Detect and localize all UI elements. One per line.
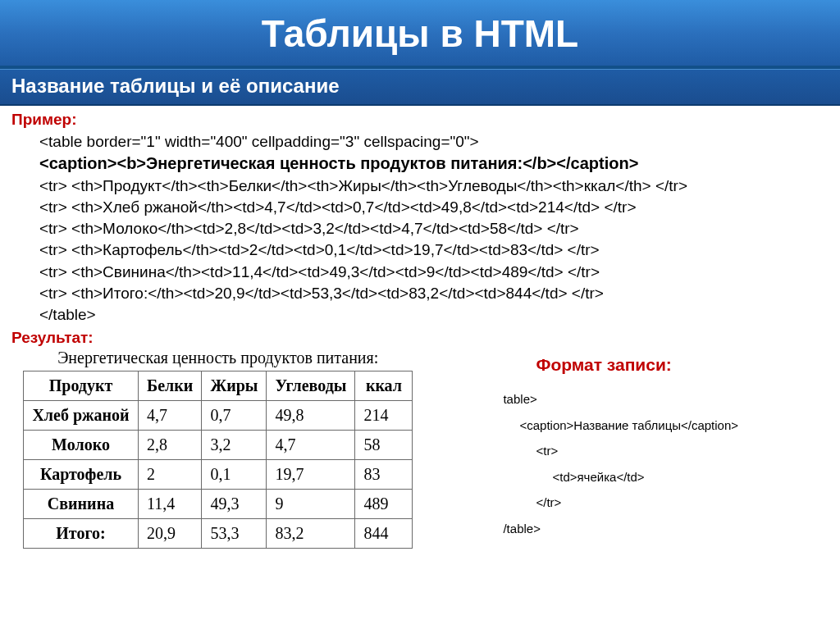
table-row: Молоко 2,8 3,2 4,7 58 (24, 431, 413, 460)
code-line-caption: <caption><b>Энергетическая ценность прод… (39, 153, 829, 175)
code-line: <table border="1" width="400" cellpaddin… (39, 131, 829, 153)
format-line: <tr> (503, 438, 738, 464)
table-cell: 83,2 (267, 519, 355, 549)
table-cell: Итого: (24, 519, 139, 549)
table-cell: 58 (355, 431, 413, 460)
format-block: Формат записи: table> <caption>Название … (413, 349, 738, 541)
slide-subtitle: Название таблицы и её описание (0, 69, 840, 106)
table-cell: 20,9 (139, 519, 202, 549)
result-caption: Энергетическая ценность продуктов питани… (23, 349, 413, 367)
table-cell: 83 (355, 460, 413, 490)
code-line: </table> (39, 304, 829, 326)
result-table-wrap: Энергетическая ценность продуктов питани… (11, 349, 413, 549)
table-header: Жиры (202, 371, 267, 401)
example-label: Пример: (11, 111, 829, 129)
slide-title: Таблицы в HTML (0, 0, 840, 69)
table-header-row: Продукт Белки Жиры Углеводы ккал (24, 371, 413, 401)
table-cell: 4,7 (139, 401, 202, 431)
code-line: <tr> <th>Хлеб ржаной</th><td>4,7</td><td… (39, 197, 829, 218)
table-cell: 9 (267, 490, 355, 519)
table-header: ккал (355, 371, 413, 401)
table-cell: 0,1 (202, 460, 267, 490)
table-cell: 3,2 (202, 431, 267, 460)
code-line: <tr> <th>Итого:</th><td>20,9</td><td>53,… (39, 283, 829, 304)
table-row: Итого: 20,9 53,3 83,2 844 (24, 519, 413, 549)
table-cell: Картофель (24, 460, 139, 490)
format-line: /table> (503, 516, 738, 542)
table-cell: 0,7 (202, 401, 267, 431)
format-title: Формат записи: (503, 355, 738, 375)
table-cell: 214 (355, 401, 413, 431)
table-cell: 489 (355, 490, 413, 519)
format-line: <td>ячейка</td> (503, 464, 738, 490)
table-cell: Хлеб ржаной (24, 401, 139, 431)
content-area: Пример: <table border="1" width="400" ce… (0, 106, 840, 554)
code-line: <tr> <th>Свинина</th><td>11,4</td><td>49… (39, 262, 829, 283)
table-cell: 49,3 (202, 490, 267, 519)
table-cell: 2,8 (139, 431, 202, 460)
table-cell: 11,4 (139, 490, 202, 519)
table-header: Белки (139, 371, 202, 401)
table-cell: 49,8 (267, 401, 355, 431)
table-cell: Молоко (24, 431, 139, 460)
format-line: table> (503, 386, 738, 412)
result-label: Результат: (11, 329, 829, 347)
table-cell: 19,7 (267, 460, 355, 490)
format-line: <caption>Название таблицы</caption> (503, 412, 738, 439)
table-header: Углеводы (267, 371, 355, 401)
table-cell: Свинина (24, 490, 139, 519)
table-row: Свинина 11,4 49,3 9 489 (24, 490, 413, 519)
table-cell: 53,3 (202, 519, 267, 549)
code-line: <tr> <th>Продукт</th><th>Белки</th><th>Ж… (39, 175, 829, 197)
code-line: <tr> <th>Молоко</th><td>2,8</td><td>3,2<… (39, 218, 829, 239)
result-table: Продукт Белки Жиры Углеводы ккал Хлеб рж… (23, 371, 413, 549)
format-code: table> <caption>Название таблицы</captio… (503, 386, 738, 541)
table-cell: 4,7 (267, 431, 355, 460)
table-row: Хлеб ржаной 4,7 0,7 49,8 214 (24, 401, 413, 431)
code-example: <table border="1" width="400" cellpaddin… (11, 131, 829, 326)
table-row: Картофель 2 0,1 19,7 83 (24, 460, 413, 490)
table-cell: 2 (139, 460, 202, 490)
table-header: Продукт (24, 371, 139, 401)
code-line: <tr> <th>Картофель</th><td>2</td><td>0,1… (39, 239, 829, 261)
format-line: </tr> (503, 490, 738, 516)
table-cell: 844 (355, 519, 413, 549)
